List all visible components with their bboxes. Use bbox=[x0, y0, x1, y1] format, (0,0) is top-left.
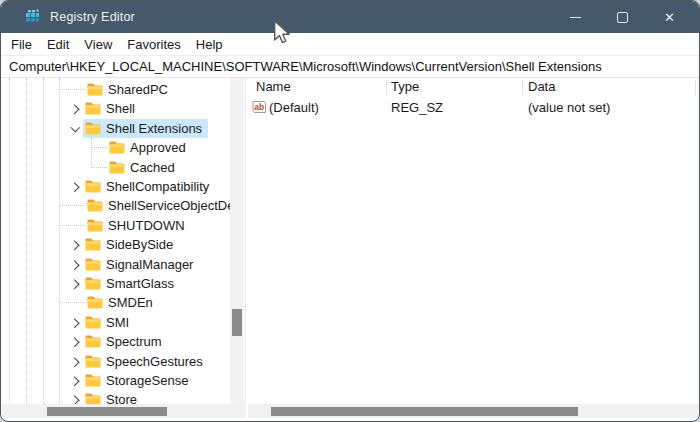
maximize-button[interactable] bbox=[599, 1, 646, 33]
tree-item-sharedpc[interactable]: SharedPC bbox=[1, 80, 230, 99]
tree-item-label: SMI bbox=[106, 315, 129, 330]
scrollbar-thumb[interactable] bbox=[271, 407, 578, 416]
tree-item-smartglass[interactable]: SmartGlass bbox=[1, 274, 230, 293]
chevron-right-icon[interactable] bbox=[68, 258, 81, 271]
registry-app-icon bbox=[25, 9, 41, 25]
folder-icon bbox=[85, 374, 101, 387]
string-value-icon: ab bbox=[252, 100, 267, 114]
chevron-right-icon[interactable] bbox=[68, 316, 81, 329]
tree-item-smden[interactable]: SMDEn bbox=[1, 293, 230, 312]
tree-connector bbox=[91, 167, 107, 168]
folder-icon bbox=[85, 277, 101, 290]
chevron-right-icon[interactable] bbox=[68, 277, 81, 290]
tree-item-sidebyside[interactable]: SideBySide bbox=[1, 235, 230, 254]
tree-connector bbox=[91, 147, 107, 148]
chevron-down-icon[interactable] bbox=[68, 122, 81, 135]
chevron-right-icon[interactable] bbox=[68, 335, 81, 348]
tree-horizontal-scrollbar[interactable] bbox=[2, 404, 246, 418]
scrollbar-thumb[interactable] bbox=[232, 309, 242, 336]
minimize-icon bbox=[570, 17, 581, 18]
menu-item-favorites[interactable]: Favorites bbox=[127, 37, 180, 52]
tree-pane: SharedPC Shell Shell Extensions Approved… bbox=[1, 78, 246, 404]
tree-item-label: Spectrum bbox=[106, 334, 162, 349]
list-horizontal-scrollbar[interactable] bbox=[248, 404, 698, 418]
value-list-pane: Name Type Data ab (Default) REG_SZ (valu… bbox=[249, 78, 698, 404]
value-name: (Default) bbox=[269, 100, 319, 115]
tree-item-smi[interactable]: SMI bbox=[1, 313, 230, 332]
column-header-type[interactable]: Type bbox=[391, 79, 419, 94]
close-button[interactable]: ✕ bbox=[646, 1, 693, 33]
tree-item-label: Shell bbox=[106, 101, 135, 116]
list-header: Name Type Data bbox=[249, 78, 698, 97]
tree-item-label: SmartGlass bbox=[106, 276, 174, 291]
value-type: REG_SZ bbox=[391, 100, 443, 115]
tree-item-shellcompatibility[interactable]: ShellCompatibility bbox=[1, 177, 230, 196]
folder-icon bbox=[87, 296, 103, 309]
tree-item-store[interactable]: Store bbox=[1, 390, 230, 404]
minimize-button[interactable] bbox=[552, 1, 599, 33]
tree-item-shell[interactable]: Shell bbox=[1, 99, 230, 118]
tree-item-label: SHUTDOWN bbox=[108, 218, 185, 233]
column-header-name[interactable]: Name bbox=[256, 79, 291, 94]
tree-item-shell-extensions[interactable]: Shell Extensions bbox=[1, 119, 230, 138]
folder-icon bbox=[87, 219, 103, 232]
tree-item-label: Approved bbox=[130, 140, 186, 155]
tree-item-label: SignalManager bbox=[106, 257, 193, 272]
tree-item-cached[interactable]: Cached bbox=[1, 158, 230, 177]
folder-icon bbox=[85, 335, 101, 348]
tree-item-speechgestures[interactable]: SpeechGestures bbox=[1, 352, 230, 371]
folder-icon bbox=[87, 199, 103, 212]
chevron-right-icon[interactable] bbox=[68, 393, 81, 404]
chevron-right-icon[interactable] bbox=[68, 374, 81, 387]
value-data: (value not set) bbox=[528, 100, 610, 115]
tree-item-shellserviceobjectdelayload[interactable]: ShellServiceObjectDelayLoad bbox=[1, 196, 230, 215]
folder-icon bbox=[85, 238, 101, 251]
close-icon: ✕ bbox=[664, 11, 675, 24]
folder-icon bbox=[85, 180, 101, 193]
address-bar[interactable]: Computer\HKEY_LOCAL_MACHINE\SOFTWARE\Mic… bbox=[1, 56, 699, 78]
column-separator[interactable] bbox=[386, 80, 387, 95]
chevron-right-icon[interactable] bbox=[68, 238, 81, 251]
folder-icon bbox=[85, 258, 101, 271]
folder-icon bbox=[85, 393, 101, 404]
title-bar[interactable]: Registry Editor ✕ bbox=[1, 1, 699, 33]
folder-icon bbox=[87, 83, 103, 96]
value-row-default[interactable]: ab (Default) REG_SZ (value not set) bbox=[249, 98, 698, 118]
tree-item-label: SideBySide bbox=[106, 237, 173, 252]
svg-text:ab: ab bbox=[254, 101, 264, 111]
folder-icon bbox=[85, 355, 101, 368]
scrollbar-thumb[interactable] bbox=[47, 407, 167, 416]
tree-item-approved[interactable]: Approved bbox=[1, 138, 230, 157]
folder-icon bbox=[85, 316, 101, 329]
column-separator[interactable] bbox=[522, 80, 523, 95]
tree-item-signalmanager[interactable]: SignalManager bbox=[1, 255, 230, 274]
chevron-right-icon[interactable] bbox=[68, 102, 81, 115]
menu-item-view[interactable]: View bbox=[84, 37, 112, 52]
tree-item-label: Cached bbox=[130, 160, 175, 175]
tree-connector bbox=[60, 89, 85, 90]
tree-item-label: ShellCompatibility bbox=[106, 179, 209, 194]
tree-item-shutdown[interactable]: SHUTDOWN bbox=[1, 216, 230, 235]
chevron-right-icon[interactable] bbox=[68, 355, 81, 368]
tree-item-label: SMDEn bbox=[108, 295, 153, 310]
column-header-data[interactable]: Data bbox=[528, 79, 555, 94]
tree-item-label: Store bbox=[106, 392, 137, 404]
tree-item-label: SpeechGestures bbox=[106, 354, 203, 369]
folder-icon bbox=[85, 102, 101, 115]
tree-item-label: StorageSense bbox=[106, 373, 188, 388]
menu-item-help[interactable]: Help bbox=[196, 37, 223, 52]
tree-connector bbox=[60, 302, 85, 303]
menu-item-file[interactable]: File bbox=[11, 37, 32, 52]
folder-icon bbox=[109, 161, 125, 174]
folder-icon bbox=[85, 122, 101, 135]
tree-item-storagesense[interactable]: StorageSense bbox=[1, 371, 230, 390]
registry-path: Computer\HKEY_LOCAL_MACHINE\SOFTWARE\Mic… bbox=[9, 59, 602, 74]
folder-icon bbox=[109, 141, 125, 154]
chevron-right-icon[interactable] bbox=[68, 180, 81, 193]
menu-item-edit[interactable]: Edit bbox=[47, 37, 69, 52]
tree-item-spectrum[interactable]: Spectrum bbox=[1, 332, 230, 351]
tree-connector bbox=[60, 225, 85, 226]
tree-vertical-scrollbar[interactable] bbox=[230, 78, 244, 404]
tree-item-label: Shell Extensions bbox=[106, 121, 202, 136]
column-separator[interactable] bbox=[695, 80, 696, 95]
